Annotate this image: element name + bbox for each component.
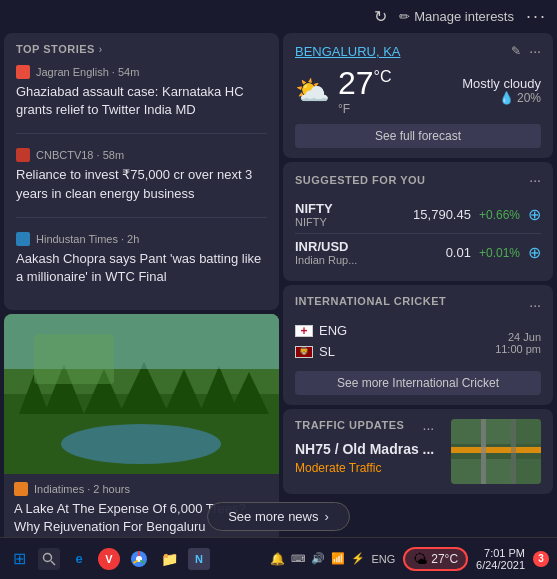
svg-rect-14 [516,419,541,444]
language-indicator[interactable]: ENG [371,553,395,565]
news-item-1[interactable]: Jagran English · 54m Ghaziabad assault c… [16,65,267,134]
see-more-news-button[interactable]: See more news › [207,502,350,531]
clock-display[interactable]: 7:01 PM 6/24/2021 [476,547,525,571]
svg-rect-16 [486,459,511,484]
traffic-header: TRAFFIC UPDATES ··· [295,419,434,437]
card-source-name: Indiatimes · 2 hours [34,483,130,495]
weather-location[interactable]: BENGALURU, KA [295,44,400,59]
stock-item-nifty[interactable]: NIFTY NIFTY 15,790.45 +0.66% ⊕ [295,196,541,233]
news-button[interactable]: N [188,548,210,570]
cricket-more-icon[interactable]: ··· [529,297,541,313]
svg-rect-18 [451,447,541,453]
weather-description: Mostly cloudy [462,76,541,91]
news-source-3: Hindustan Times · 2h [16,232,267,246]
chrome-icon [130,550,148,568]
keyboard-icon[interactable]: ⌨ [291,553,305,564]
suggested-more-icon[interactable]: ··· [529,172,541,188]
card-source: Indiatimes · 2 hours [14,482,269,496]
vivaldi-button[interactable]: V [98,548,120,570]
notification-icon[interactable]: 🔔 [270,552,285,566]
battery-icon[interactable]: ⚡ [351,552,365,565]
svg-point-21 [44,553,52,561]
stock-nifty-name: NIFTY [295,201,333,216]
svg-rect-12 [451,419,481,444]
cricket-more-button[interactable]: See more International Cricket [295,371,541,395]
card-source-icon [14,482,28,496]
more-options-button[interactable]: ··· [526,6,547,27]
traffic-label: TRAFFIC UPDATES [295,419,404,431]
cloud-icon: ⛅ [295,74,330,107]
svg-rect-15 [451,459,481,484]
svg-point-10 [61,424,221,464]
taskbar-left: ⊞ e V 📁 N [8,548,210,570]
system-tray-icons: 🔔 ⌨ 🔊 📶 ⚡ ENG [270,552,395,566]
weather-right: Mostly cloudy 💧 20% [462,76,541,105]
search-icon [42,552,56,566]
match-date: 24 Jun 11:00 pm [495,331,541,355]
refresh-icon[interactable]: ↻ [374,7,387,26]
england-flag-icon [295,325,313,337]
weather-panel: BENGALURU, KA ✎ ··· ⛅ 27°C °F [283,33,553,158]
suggested-header: SUGGESTED FOR YOU ··· [295,172,541,188]
traffic-road: NH75 / Old Madras ... [295,441,434,457]
left-column: TOP STORIES › Jagran English · 54m Ghazi… [4,33,279,563]
news-title-1[interactable]: Ghaziabad assault case: Karnataka HC gra… [16,83,267,119]
current-date: 6/24/2021 [476,559,525,571]
see-more-container: See more news › [0,502,557,531]
edge-button[interactable]: e [68,548,90,570]
traffic-status: Moderate Traffic [295,461,434,475]
top-bar: ↻ ✏ Manage interests ··· [0,0,557,33]
wifi-icon[interactable]: 📶 [331,552,345,565]
weather-main: ⛅ 27°C °F Mostly cloudy 💧 20% [295,65,541,116]
manage-interests-button[interactable]: ✏ Manage interests [399,9,514,24]
rain-drop-icon: 💧 [499,91,514,105]
taskbar: ⊞ e V 📁 N 🔔 ⌨ 🔊 📶 ⚡ E [0,537,557,579]
source-name-1: Jagran English · 54m [36,66,139,78]
news-source-2: CNBCTV18 · 58m [16,148,267,162]
weather-rain: 💧 20% [462,91,541,105]
weather-temperature: 27°C [338,65,392,101]
cricket-teams: ENG SL [295,323,347,363]
add-inrusd-icon[interactable]: ⊕ [528,243,541,262]
pencil-icon: ✏ [399,9,410,24]
add-nifty-icon[interactable]: ⊕ [528,205,541,224]
see-more-chevron: › [324,509,328,524]
forecast-button[interactable]: See full forecast [295,124,541,148]
news-item-3[interactable]: Hindustan Times · 2h Aakash Chopra says … [16,232,267,300]
source-name-3: Hindustan Times · 2h [36,233,139,245]
cricket-label: International Cricket [295,295,446,307]
landscape-svg [4,314,279,474]
team-sl-name: SL [319,344,335,359]
traffic-more-icon[interactable]: ··· [423,420,435,436]
svg-rect-9 [4,314,279,369]
news-title-2[interactable]: Reliance to invest ₹75,000 cr over next … [16,166,267,202]
match-row-sl: SL [295,344,347,359]
svg-line-22 [51,561,55,565]
source-dot-ht-icon [16,232,30,246]
top-stories-header[interactable]: TOP STORIES › [16,43,267,55]
stock-nifty-right: 15,790.45 +0.66% ⊕ [413,205,541,224]
chevron-right-icon: › [99,44,102,55]
chrome-button[interactable] [128,548,150,570]
source-name-2: CNBCTV18 · 58m [36,149,124,161]
stock-inrusd-name: INR/USD [295,239,357,254]
taskbar-weather-icon: 🌤 [413,551,427,567]
news-title-3[interactable]: Aakash Chopra says Pant 'was batting lik… [16,250,267,286]
stock-inrusd-value: 0.01 [446,245,471,260]
news-item-2[interactable]: CNBCTV18 · 58m Reliance to invest ₹75,00… [16,148,267,217]
notification-badge: 3 [533,551,549,567]
weather-header-right: ✎ ··· [511,43,541,59]
news-source-1: Jagran English · 54m [16,65,267,79]
volume-icon[interactable]: 🔊 [311,552,325,565]
taskbar-weather-widget[interactable]: 🌤 27°C [403,547,468,571]
weather-more-icon[interactable]: ··· [529,43,541,59]
search-button[interactable] [38,548,60,570]
edit-location-icon[interactable]: ✎ [511,44,521,58]
team-sl: SL [295,344,335,359]
start-button[interactable]: ⊞ [8,548,30,570]
stock-nifty-subname: NIFTY [295,216,333,228]
file-explorer-button[interactable]: 📁 [158,548,180,570]
stock-item-inrusd[interactable]: INR/USD Indian Rup... 0.01 +0.01% ⊕ [295,233,541,271]
traffic-map [451,419,541,484]
weather-left: ⛅ 27°C °F [295,65,392,116]
